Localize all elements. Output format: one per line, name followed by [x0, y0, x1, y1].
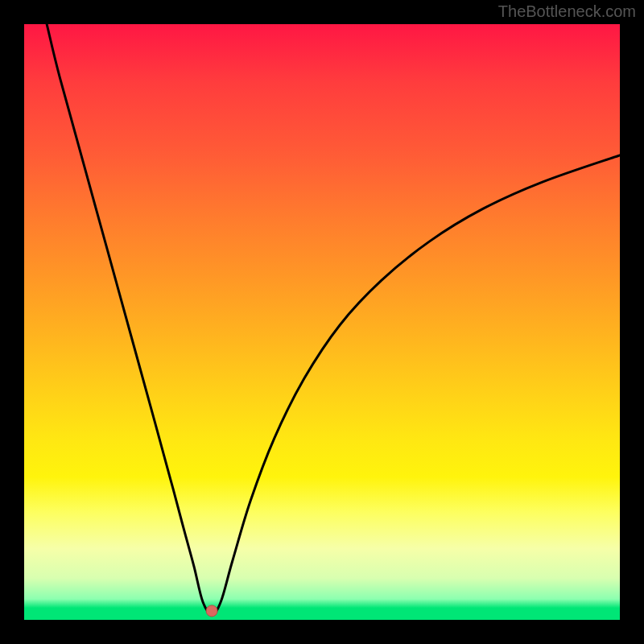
watermark-text: TheBottleneck.com — [498, 2, 636, 21]
chart-plot-area — [24, 24, 620, 620]
curve-path — [47, 24, 620, 614]
chart-svg — [24, 24, 620, 620]
optimal-marker — [206, 605, 217, 617]
